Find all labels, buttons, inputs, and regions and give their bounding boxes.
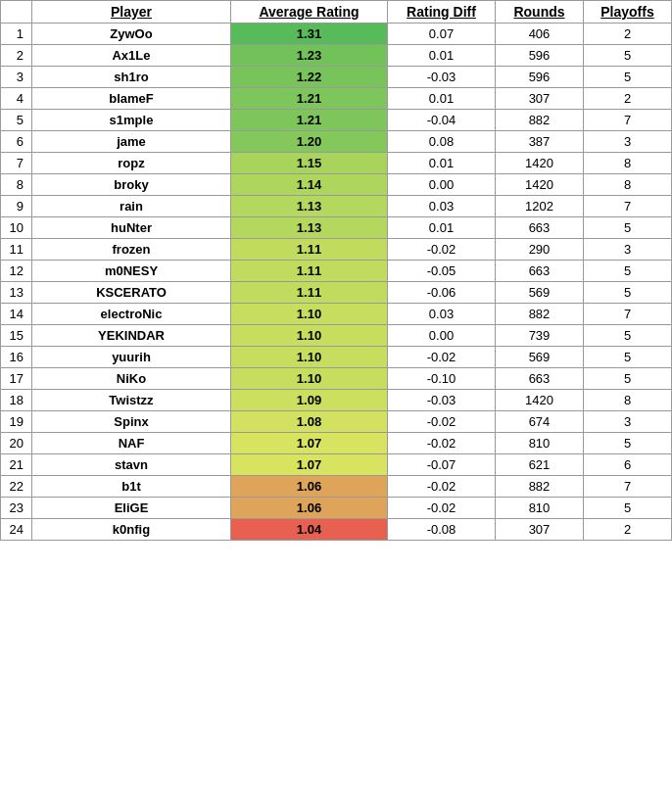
- rank-cell: 15: [1, 325, 32, 347]
- rank-cell: 11: [1, 239, 32, 261]
- playoffs-cell: 2: [584, 519, 672, 541]
- table-row: 8broky1.140.0014208: [1, 174, 672, 196]
- player-name-cell: frozen: [32, 239, 231, 261]
- avg-rating-cell: 1.11: [231, 239, 388, 261]
- rank-cell: 23: [1, 498, 32, 519]
- playoffs-cell: 5: [584, 368, 672, 390]
- rank-cell: 9: [1, 196, 32, 217]
- rounds-cell: 307: [496, 519, 584, 541]
- player-name-cell: blameF: [32, 88, 231, 110]
- rank-cell: 24: [1, 519, 32, 541]
- rank-cell: 20: [1, 433, 32, 454]
- rank-cell: 5: [1, 110, 32, 131]
- rounds-cell: 674: [496, 411, 584, 433]
- rank-cell: 14: [1, 304, 32, 325]
- rank-cell: 17: [1, 368, 32, 390]
- rounds-cell: 307: [496, 88, 584, 110]
- player-name-cell: jame: [32, 131, 231, 153]
- playoffs-cell: 3: [584, 131, 672, 153]
- playoffs-cell: 5: [584, 45, 672, 67]
- player-name-cell: YEKINDAR: [32, 325, 231, 347]
- rank-cell: 8: [1, 174, 32, 196]
- rounds-cell: 882: [496, 110, 584, 131]
- player-name-cell: huNter: [32, 217, 231, 239]
- table-row: 16yuurih1.10-0.025695: [1, 347, 672, 368]
- rounds-cell: 569: [496, 347, 584, 368]
- playoffs-cell: 8: [584, 174, 672, 196]
- rounds-cell: 739: [496, 325, 584, 347]
- playoffs-cell: 5: [584, 498, 672, 519]
- rounds-cell: 810: [496, 433, 584, 454]
- rating-diff-cell: 0.07: [388, 24, 496, 45]
- rounds-cell: 1420: [496, 174, 584, 196]
- playoffs-cell: 5: [584, 325, 672, 347]
- rating-diff-cell: 0.00: [388, 325, 496, 347]
- rank-header: [1, 1, 32, 24]
- table-row: 13KSCERATO1.11-0.065695: [1, 282, 672, 304]
- rounds-cell: 290: [496, 239, 584, 261]
- table-row: 3sh1ro1.22-0.035965: [1, 67, 672, 88]
- rounds-cell: 596: [496, 45, 584, 67]
- player-name-cell: electroNic: [32, 304, 231, 325]
- rank-cell: 19: [1, 411, 32, 433]
- rank-cell: 16: [1, 347, 32, 368]
- table-row: 22b1t1.06-0.028827: [1, 476, 672, 498]
- table-row: 24k0nfig1.04-0.083072: [1, 519, 672, 541]
- rounds-cell: 882: [496, 476, 584, 498]
- rounds-cell: 663: [496, 261, 584, 282]
- player-name-cell: Spinx: [32, 411, 231, 433]
- player-name-cell: Ax1Le: [32, 45, 231, 67]
- rounds-cell: 406: [496, 24, 584, 45]
- player-name-cell: m0NESY: [32, 261, 231, 282]
- player-name-cell: Twistzz: [32, 390, 231, 411]
- rounds-cell: 882: [496, 304, 584, 325]
- rating-diff-cell: 0.01: [388, 88, 496, 110]
- rank-cell: 3: [1, 67, 32, 88]
- rounds-cell: 1420: [496, 390, 584, 411]
- rank-cell: 7: [1, 153, 32, 174]
- player-name-cell: rain: [32, 196, 231, 217]
- rank-cell: 6: [1, 131, 32, 153]
- playoffs-cell: 5: [584, 67, 672, 88]
- playoffs-cell: 3: [584, 239, 672, 261]
- avg-rating-cell: 1.22: [231, 67, 388, 88]
- rating-diff-cell: -0.06: [388, 282, 496, 304]
- player-name-cell: EliGE: [32, 498, 231, 519]
- table-row: 14electroNic1.100.038827: [1, 304, 672, 325]
- table-row: 6jame1.200.083873: [1, 131, 672, 153]
- player-name-cell: k0nfig: [32, 519, 231, 541]
- rounds-header: Rounds: [496, 1, 584, 24]
- avg-rating-cell: 1.04: [231, 519, 388, 541]
- player-name-cell: sh1ro: [32, 67, 231, 88]
- playoffs-cell: 7: [584, 304, 672, 325]
- table-row: 11frozen1.11-0.022903: [1, 239, 672, 261]
- avg-rating-cell: 1.07: [231, 454, 388, 476]
- rank-cell: 12: [1, 261, 32, 282]
- table-row: 19Spinx1.08-0.026743: [1, 411, 672, 433]
- player-name-cell: stavn: [32, 454, 231, 476]
- table-row: 20NAF1.07-0.028105: [1, 433, 672, 454]
- table-row: 23EliGE1.06-0.028105: [1, 498, 672, 519]
- rounds-cell: 387: [496, 131, 584, 153]
- player-name-cell: s1mple: [32, 110, 231, 131]
- rounds-cell: 1420: [496, 153, 584, 174]
- rating-diff-cell: -0.02: [388, 239, 496, 261]
- rating-diff-cell: -0.04: [388, 110, 496, 131]
- rating-diff-cell: 0.08: [388, 131, 496, 153]
- player-name-cell: KSCERATO: [32, 282, 231, 304]
- avg-rating-cell: 1.15: [231, 153, 388, 174]
- rating-diff-cell: -0.02: [388, 476, 496, 498]
- playoffs-cell: 6: [584, 454, 672, 476]
- rating-diff-cell: 0.03: [388, 304, 496, 325]
- playoffs-cell: 2: [584, 24, 672, 45]
- rating-diff-cell: -0.02: [388, 411, 496, 433]
- avg-rating-cell: 1.10: [231, 304, 388, 325]
- table-row: 4blameF1.210.013072: [1, 88, 672, 110]
- playoffs-cell: 2: [584, 88, 672, 110]
- rank-cell: 22: [1, 476, 32, 498]
- avg-rating-cell: 1.06: [231, 476, 388, 498]
- table-row: 15YEKINDAR1.100.007395: [1, 325, 672, 347]
- avg-rating-cell: 1.08: [231, 411, 388, 433]
- playoffs-cell: 8: [584, 390, 672, 411]
- rating-diff-cell: -0.10: [388, 368, 496, 390]
